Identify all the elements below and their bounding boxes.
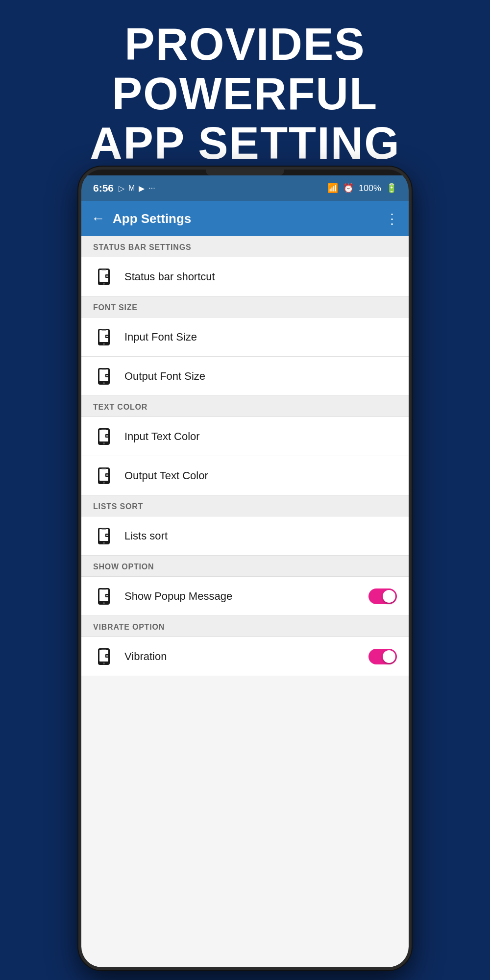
mail-icon: M	[128, 184, 135, 193]
svg-point-23	[106, 435, 108, 437]
svg-rect-27	[101, 468, 106, 469]
back-button[interactable]: ←	[91, 211, 105, 226]
section-header-2: TEXT COLOR	[81, 396, 409, 417]
phone-settings-icon	[93, 586, 115, 607]
svg-point-41	[106, 595, 108, 596]
svg-rect-39	[101, 588, 106, 589]
svg-point-8	[103, 343, 105, 345]
svg-point-11	[106, 336, 108, 337]
phone-settings-icon	[93, 646, 115, 667]
setting-label-1-0: Input Font Size	[124, 331, 397, 343]
setting-label-3-0: Lists sort	[124, 530, 397, 542]
setting-item-2-0[interactable]: Input Text Color	[81, 417, 409, 456]
svg-point-47	[106, 655, 108, 657]
alarm-icon: ⏰	[343, 183, 354, 194]
play-icon: ▷	[119, 184, 124, 193]
section-header-5: VIBRATE OPTION	[81, 616, 409, 637]
svg-rect-21	[101, 429, 106, 430]
setting-label-4-0: Show Popup Message	[124, 590, 368, 603]
setting-item-3-0[interactable]: Lists sort	[81, 516, 409, 556]
section-header-0: STATUS BAR SETTINGS	[81, 236, 409, 257]
toggle-4-0[interactable]	[368, 588, 397, 604]
app-bar-title: App Settings	[113, 211, 385, 226]
svg-rect-15	[101, 368, 106, 369]
svg-point-2	[103, 283, 105, 285]
settings-content: STATUS BAR SETTINGS Status bar shortcutF…	[81, 236, 409, 967]
setting-item-4-0[interactable]: Show Popup Message	[81, 577, 409, 616]
setting-item-1-1[interactable]: Output Font Size	[81, 357, 409, 396]
svg-point-32	[103, 542, 105, 544]
svg-point-26	[103, 482, 105, 484]
section-header-3: LISTS SORT	[81, 495, 409, 516]
svg-rect-45	[101, 649, 106, 650]
setting-item-0-0[interactable]: Status bar shortcut	[81, 257, 409, 296]
phone-frame: 6:56 ▷ M ▶ ··· 📶 ⏰ 100% 🔋 ← App Settings…	[78, 167, 412, 970]
setting-item-5-0[interactable]: Vibration	[81, 637, 409, 676]
svg-point-14	[103, 382, 105, 384]
svg-point-29	[106, 474, 108, 476]
svg-point-5	[106, 275, 108, 277]
svg-point-17	[106, 375, 108, 376]
svg-point-38	[103, 602, 105, 604]
wifi-icon: 📶	[327, 183, 338, 194]
setting-label-1-1: Output Font Size	[124, 370, 397, 383]
svg-point-20	[103, 442, 105, 444]
toggle-5-0[interactable]	[368, 649, 397, 664]
status-time: 6:56	[93, 182, 114, 194]
setting-label-2-0: Input Text Color	[124, 430, 397, 443]
setting-item-2-1[interactable]: Output Text Color	[81, 456, 409, 495]
phone-settings-icon	[93, 465, 115, 487]
youtube-icon: ▶	[139, 184, 145, 193]
phone-settings-icon	[93, 366, 115, 387]
svg-rect-3	[101, 269, 106, 270]
more-icon: ···	[148, 184, 155, 193]
section-header-4: SHOW OPTION	[81, 556, 409, 577]
phone-notch	[206, 170, 284, 175]
phone-settings-icon	[93, 426, 115, 447]
svg-rect-9	[101, 329, 106, 330]
app-bar: ← App Settings ⋮	[81, 201, 409, 236]
battery-icon: 🔋	[386, 183, 397, 194]
menu-button[interactable]: ⋮	[385, 211, 399, 227]
setting-item-1-0[interactable]: Input Font Size	[81, 318, 409, 357]
phone-settings-icon	[93, 266, 115, 288]
svg-point-35	[106, 535, 108, 536]
setting-label-0-0: Status bar shortcut	[124, 270, 397, 283]
section-header-1: FONT SIZE	[81, 296, 409, 318]
battery-text: 100%	[359, 183, 381, 194]
svg-rect-33	[101, 528, 106, 529]
setting-label-2-1: Output Text Color	[124, 469, 397, 482]
phone-settings-icon	[93, 326, 115, 348]
setting-label-5-0: Vibration	[124, 650, 368, 663]
svg-point-44	[103, 662, 105, 664]
status-bar: 6:56 ▷ M ▶ ··· 📶 ⏰ 100% 🔋	[81, 175, 409, 201]
phone-settings-icon	[93, 525, 115, 547]
